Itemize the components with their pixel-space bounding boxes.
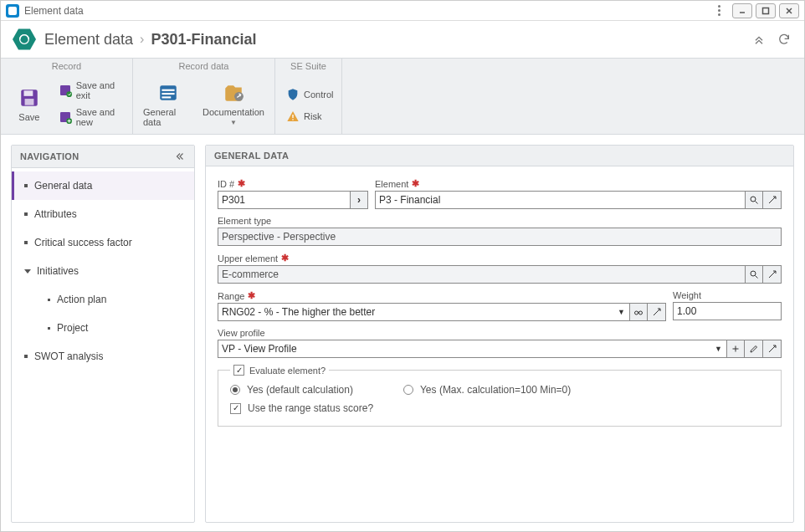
toolbar-group-se-suite: SE Suite Control Risk — [275, 59, 342, 134]
toolbar-group-record-data: Record data General data Documentation ▼ — [133, 59, 275, 134]
evaluate-legend[interactable]: Evaluate element? — [230, 365, 329, 376]
nav-item-swot-analysis[interactable]: SWOT analysis — [12, 342, 194, 371]
svg-rect-7 — [24, 99, 33, 105]
svg-rect-19 — [292, 115, 293, 118]
save-new-icon — [59, 110, 72, 124]
evaluate-fieldset: Evaluate element? Yes (default calculati… — [218, 365, 782, 427]
close-button[interactable] — [779, 3, 799, 18]
save-button[interactable]: Save — [6, 83, 53, 125]
svg-point-30 — [639, 311, 643, 315]
view-profile-zoom-button[interactable] — [763, 340, 782, 358]
view-profile-edit-button[interactable] — [745, 340, 763, 358]
radio-icon — [403, 385, 413, 395]
label-range: Range✱ — [218, 290, 666, 301]
maximize-button[interactable] — [756, 3, 776, 18]
svg-line-22 — [756, 202, 758, 204]
svg-rect-1 — [763, 8, 769, 13]
label-element: Element✱ — [375, 178, 782, 189]
upper-element-search-button[interactable] — [745, 265, 763, 284]
id-next-button[interactable]: › — [350, 191, 368, 209]
nav-item-initiatives[interactable]: Initiatives — [12, 257, 194, 285]
app-icon — [6, 4, 19, 18]
form-header: GENERAL DATA — [206, 146, 793, 166]
svg-point-25 — [751, 271, 756, 276]
chevron-down-icon: ▼ — [230, 120, 237, 126]
main-area: NAVIGATION General data Attributes Criti… — [1, 135, 804, 532]
label-id: ID #✱ — [218, 178, 368, 189]
svg-rect-16 — [162, 93, 174, 95]
form-body: ID #✱ P301 › Element✱ P3 - Financial — [206, 166, 793, 522]
documentation-icon — [222, 81, 245, 105]
refresh-icon[interactable] — [776, 31, 792, 48]
upper-element-zoom-button[interactable] — [763, 265, 782, 284]
element-type-input: Perspective - Perspective — [218, 228, 782, 246]
general-data-button[interactable]: General data — [138, 78, 197, 130]
breadcrumb-separator: › — [140, 32, 144, 47]
svg-line-26 — [756, 276, 758, 279]
use-range-checkbox-row[interactable]: Use the range status score? — [230, 402, 769, 414]
window-title: Element data — [24, 5, 84, 17]
element-zoom-button[interactable] — [763, 191, 782, 209]
nav-item-project[interactable]: Project — [12, 314, 194, 342]
nav-item-action-plan[interactable]: Action plan — [12, 285, 194, 314]
svg-point-21 — [751, 197, 756, 202]
upper-element-input: E-commerce — [218, 265, 745, 284]
radio-maxmin-calc[interactable]: Yes (Max. calculation=100 Min=0) — [403, 384, 571, 396]
svg-point-29 — [635, 311, 638, 315]
titlebar: Element data — [1, 1, 804, 21]
view-profile-add-button[interactable] — [726, 340, 745, 358]
label-view-profile: View profile — [218, 328, 782, 338]
svg-rect-17 — [162, 96, 171, 98]
minimize-button[interactable] — [732, 3, 752, 18]
label-upper-element: Upper element✱ — [218, 253, 782, 263]
evaluate-checkbox[interactable] — [233, 365, 244, 376]
toolbar-header-record: Record — [6, 59, 127, 74]
toolbar-header-record-data: Record data — [138, 59, 269, 74]
control-button[interactable]: Control — [284, 86, 336, 103]
save-new-button[interactable]: Save and new — [56, 105, 124, 129]
svg-line-28 — [772, 271, 776, 274]
save-exit-icon — [59, 84, 72, 97]
toolbar-header-se-suite: SE Suite — [280, 59, 336, 74]
radio-icon — [230, 385, 240, 395]
breadcrumb-section[interactable]: Element data — [44, 31, 133, 49]
range-select[interactable]: RNG02 - % - The higher the better — [218, 303, 629, 321]
svg-rect-20 — [292, 119, 293, 120]
id-input[interactable]: P301 — [218, 191, 350, 209]
toolbar: Record Save Save and exit Save and new R… — [1, 58, 804, 135]
label-element-type: Element type — [218, 216, 782, 226]
general-data-icon — [156, 81, 180, 105]
documentation-button[interactable]: Documentation ▼ — [197, 78, 269, 130]
toolbar-group-record: Record Save Save and exit Save and new — [1, 59, 133, 134]
save-exit-button[interactable]: Save and exit — [56, 79, 124, 102]
collapse-left-icon[interactable] — [174, 151, 186, 162]
weight-input[interactable]: 1.00 — [673, 302, 782, 320]
warning-icon — [286, 110, 300, 123]
use-range-checkbox[interactable] — [230, 403, 241, 414]
save-icon — [18, 86, 41, 110]
range-binoculars-button[interactable] — [629, 303, 648, 321]
svg-line-37 — [772, 345, 776, 349]
navigation-panel: NAVIGATION General data Attributes Criti… — [11, 145, 195, 523]
svg-point-9 — [66, 91, 72, 97]
element-input[interactable]: P3 - Financial — [375, 191, 745, 209]
risk-button[interactable]: Risk — [284, 108, 336, 125]
svg-rect-6 — [23, 90, 33, 96]
nav-item-attributes[interactable]: Attributes — [12, 200, 194, 228]
element-search-button[interactable] — [745, 191, 763, 209]
nav-item-general-data[interactable]: General data — [12, 171, 194, 200]
svg-rect-15 — [162, 89, 174, 90]
navigation-header: NAVIGATION — [12, 146, 194, 168]
collapse-down-icon[interactable] — [751, 31, 767, 48]
nav-item-critical-success-factor[interactable]: Critical success factor — [12, 228, 194, 257]
kebab-menu-icon[interactable] — [714, 5, 724, 16]
form-panel: GENERAL DATA ID #✱ P301 › Element✱ P3 - … — [205, 145, 794, 523]
label-weight: Weight — [673, 290, 782, 300]
radio-default-calc[interactable]: Yes (default calculation) — [230, 384, 353, 396]
navigation-body: General data Attributes Critical success… — [12, 168, 194, 522]
range-zoom-button[interactable] — [648, 303, 666, 321]
breadcrumb-current: P301-Financial — [151, 31, 256, 49]
shield-icon — [286, 88, 300, 101]
view-profile-select[interactable]: VP - View Profile — [218, 340, 726, 358]
svg-line-33 — [657, 309, 660, 312]
